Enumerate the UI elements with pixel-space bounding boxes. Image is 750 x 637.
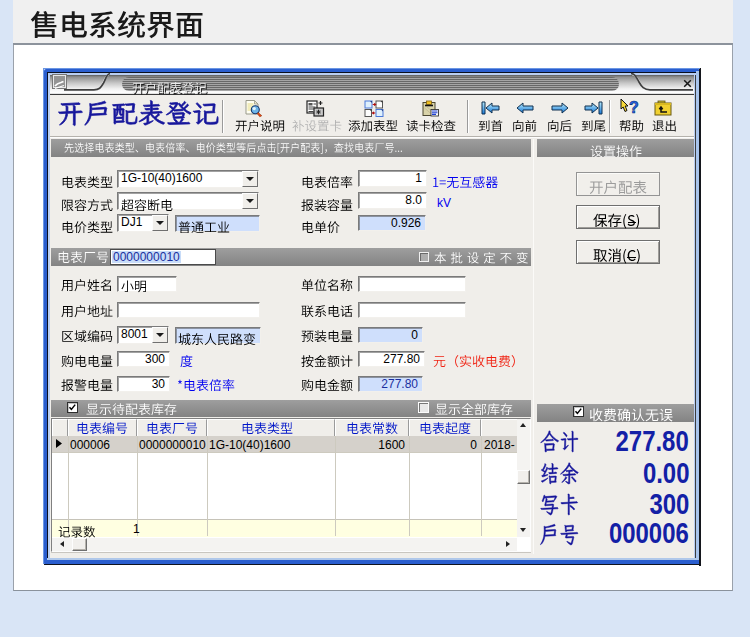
svg-text:?: ?: [629, 99, 639, 116]
